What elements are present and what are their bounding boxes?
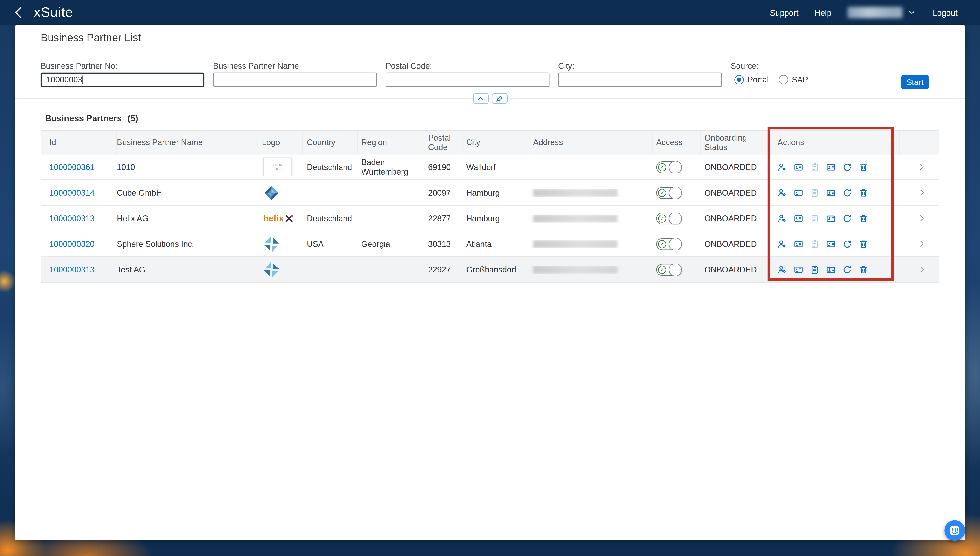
- help-link[interactable]: Help: [815, 8, 831, 17]
- id-card-icon[interactable]: [794, 213, 803, 223]
- content-card: Business Partner List Business Partner N…: [15, 25, 965, 540]
- col-header-access[interactable]: Access: [653, 131, 701, 154]
- support-link[interactable]: Support: [770, 8, 799, 17]
- bp-id-link[interactable]: 1000000320: [49, 239, 95, 249]
- bp-country: Deutschland: [303, 162, 358, 171]
- col-header-logo[interactable]: Logo: [258, 131, 303, 154]
- assign-user-icon[interactable]: [777, 162, 787, 171]
- toggle-knob: [669, 212, 682, 224]
- trash-icon[interactable]: [859, 265, 868, 274]
- check-icon: ✓: [658, 163, 666, 171]
- trash-icon[interactable]: [859, 239, 868, 249]
- access-toggle[interactable]: ✓: [656, 238, 681, 250]
- bp-name: Test AG: [117, 265, 258, 274]
- id-card-icon[interactable]: [794, 265, 803, 274]
- section-title-text: Business Partners: [45, 113, 122, 123]
- trash-icon[interactable]: [859, 162, 868, 171]
- clipboard-icon[interactable]: [810, 162, 819, 171]
- bp-id-link[interactable]: 1000000361: [49, 162, 95, 171]
- source-radio-sap[interactable]: [779, 75, 788, 84]
- refresh-icon[interactable]: [843, 239, 852, 249]
- col-header-actions[interactable]: Actions: [771, 131, 900, 154]
- table-row[interactable]: 1000000313 Helix AG helix Deutschland 22…: [41, 206, 939, 231]
- access-toggle[interactable]: ✓: [656, 263, 681, 275]
- source-label: Source:: [731, 61, 759, 71]
- col-header-country[interactable]: Country: [303, 131, 358, 154]
- source-radio-portal[interactable]: [734, 75, 744, 84]
- source-portal-label: Portal: [748, 75, 769, 84]
- chat-launcher-button[interactable]: [944, 520, 965, 541]
- bp-city: Großhansdorf: [463, 265, 530, 274]
- refresh-icon[interactable]: [843, 213, 852, 223]
- table-row[interactable]: 1000000314 Cube GmbH 20097 Hamburg ✓ ONB…: [41, 180, 939, 206]
- back-button[interactable]: [11, 5, 26, 20]
- clipboard-icon[interactable]: [810, 213, 819, 223]
- row-detail-chevron-icon[interactable]: [917, 239, 926, 248]
- col-header-address[interactable]: Address: [529, 131, 652, 154]
- id-card-icon[interactable]: [794, 162, 803, 171]
- address-redacted: [533, 214, 617, 222]
- address-redacted: [533, 265, 617, 273]
- col-header-city[interactable]: City: [463, 131, 530, 154]
- bp-city: Hamburg: [463, 188, 530, 197]
- contact-card-icon[interactable]: [826, 213, 836, 223]
- contact-card-icon[interactable]: [826, 188, 836, 197]
- cube-logo: [263, 184, 280, 201]
- bp-postal: 22927: [424, 265, 463, 274]
- refresh-icon[interactable]: [843, 162, 852, 171]
- assign-user-icon[interactable]: [777, 188, 787, 197]
- table-row[interactable]: 1000000313 Test AG 22927 Großhansdorf ✓ …: [41, 257, 939, 283]
- col-header-postal-code[interactable]: Postal Code: [424, 131, 463, 154]
- contact-card-icon[interactable]: [826, 265, 836, 274]
- assign-user-icon[interactable]: [777, 265, 787, 274]
- bp-no-input[interactable]: [41, 73, 204, 87]
- col-header-region[interactable]: Region: [358, 131, 424, 154]
- col-header-id[interactable]: Id: [41, 131, 117, 154]
- start-button[interactable]: Start: [901, 75, 928, 89]
- trash-icon[interactable]: [859, 213, 868, 223]
- postal-code-input[interactable]: [385, 73, 549, 87]
- assign-user-icon[interactable]: [777, 213, 787, 223]
- chevron-down-icon: [908, 8, 916, 17]
- id-card-icon[interactable]: [794, 188, 803, 197]
- table-row[interactable]: 1000000320 Sphere Solutions Inc. USA Geo…: [41, 231, 939, 257]
- city-label: City:: [558, 61, 574, 71]
- row-detail-chevron-icon[interactable]: [917, 265, 926, 274]
- bp-postal: 22877: [424, 213, 463, 223]
- placeholder-logo-text: YOUR LOGO: [271, 163, 284, 171]
- clipboard-icon[interactable]: [810, 188, 819, 197]
- col-header-name[interactable]: Business Partner Name: [117, 131, 258, 154]
- contact-card-icon[interactable]: [826, 239, 836, 249]
- row-detail-chevron-icon[interactable]: [917, 188, 926, 197]
- user-menu[interactable]: [848, 7, 916, 18]
- assign-user-icon[interactable]: [777, 239, 787, 249]
- access-toggle[interactable]: ✓: [656, 212, 681, 224]
- city-input[interactable]: [558, 73, 722, 87]
- toggle-knob: [669, 187, 682, 199]
- pin-header-button[interactable]: [492, 93, 507, 104]
- id-card-icon[interactable]: [794, 239, 803, 249]
- contact-card-icon[interactable]: [826, 162, 836, 171]
- bp-no-label: Business Partner No:: [41, 61, 118, 71]
- clipboard-icon[interactable]: [810, 265, 819, 274]
- logout-link[interactable]: Logout: [933, 8, 957, 17]
- clipboard-icon[interactable]: [810, 239, 819, 249]
- row-detail-chevron-icon[interactable]: [917, 163, 926, 171]
- col-header-onboarding-status[interactable]: Onboarding Status: [701, 131, 771, 154]
- refresh-icon[interactable]: [843, 265, 852, 274]
- trash-icon[interactable]: [859, 188, 868, 197]
- bp-name: Sphere Solutions Inc.: [117, 239, 258, 249]
- row-detail-chevron-icon[interactable]: [917, 214, 926, 223]
- helix-logo: helix: [263, 213, 293, 223]
- bp-id-link[interactable]: 1000000314: [49, 188, 95, 197]
- table-row[interactable]: 1000000361 1010 YOUR LOGO Deutschland Ba…: [41, 154, 939, 180]
- bp-id-link[interactable]: 1000000313: [49, 265, 95, 274]
- access-toggle[interactable]: ✓: [656, 187, 681, 199]
- col-header-nav: [900, 131, 939, 154]
- bp-name-input[interactable]: [213, 73, 377, 87]
- access-toggle[interactable]: ✓: [656, 161, 681, 173]
- helix-x-icon: [285, 214, 293, 222]
- collapse-header-button[interactable]: [473, 93, 488, 104]
- refresh-icon[interactable]: [843, 188, 852, 197]
- bp-id-link[interactable]: 1000000313: [49, 213, 95, 223]
